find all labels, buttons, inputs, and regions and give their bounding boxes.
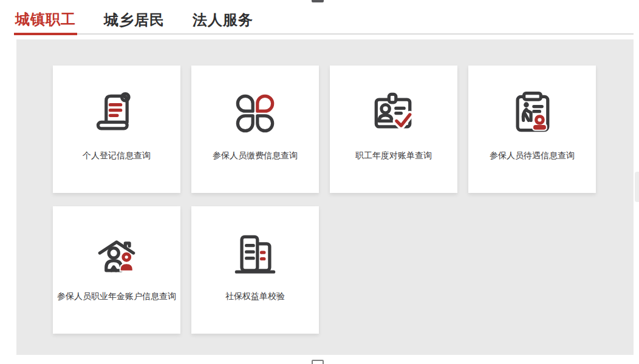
services-panel: 个人登记信息查询 参保人员缴费信息查询 — [16, 39, 634, 355]
clover-petals-icon — [229, 87, 281, 140]
service-card-label: 参保人员职业年金账户信息查询 — [57, 291, 176, 302]
tab-urban-rural-residents[interactable]: 城乡居民 — [103, 12, 166, 33]
service-card-rights-statement-verify[interactable]: 社保权益单校验 — [191, 206, 319, 334]
service-card-payment-info-query[interactable]: 参保人员缴费信息查询 — [191, 66, 319, 193]
app-window: 城镇职工 城乡居民 法人服务 个人登记信息查询 — [0, 0, 639, 364]
services-grid: 个人登记信息查询 参保人员缴费信息查询 — [16, 39, 634, 360]
tab-legal-person-services[interactable]: 法人服务 — [191, 12, 255, 33]
buildings-icon — [229, 228, 281, 280]
service-card-label: 社保权益单校验 — [225, 291, 285, 302]
tabs-bar: 城镇职工 城乡居民 法人服务 — [14, 12, 634, 35]
tab-urban-employees[interactable]: 城镇职工 — [14, 12, 77, 35]
service-card-label: 职工年度对账单查询 — [355, 150, 432, 161]
service-card-label: 参保人员待遇信息查询 — [490, 150, 575, 161]
service-card-label: 个人登记信息查询 — [83, 150, 151, 161]
id-badge-check-icon — [367, 87, 420, 140]
service-card-benefit-info-query[interactable]: 参保人员待遇信息查询 — [468, 66, 596, 193]
service-card-personal-registration-query[interactable]: 个人登记信息查询 — [53, 66, 180, 193]
window-handle-decoration — [312, 0, 324, 2]
house-people-icon — [91, 228, 143, 280]
service-card-annuity-account-query[interactable]: 参保人员职业年金账户信息查询 — [53, 206, 180, 334]
scroll-thumb-decoration[interactable] — [635, 172, 639, 202]
clipboard-elderly-icon — [506, 87, 558, 140]
scroll-icon — [91, 87, 143, 140]
bottom-edge-widget-decoration — [312, 360, 324, 364]
service-card-annual-statement-query[interactable]: 职工年度对账单查询 — [330, 66, 457, 193]
service-card-label: 参保人员缴费信息查询 — [213, 150, 298, 161]
